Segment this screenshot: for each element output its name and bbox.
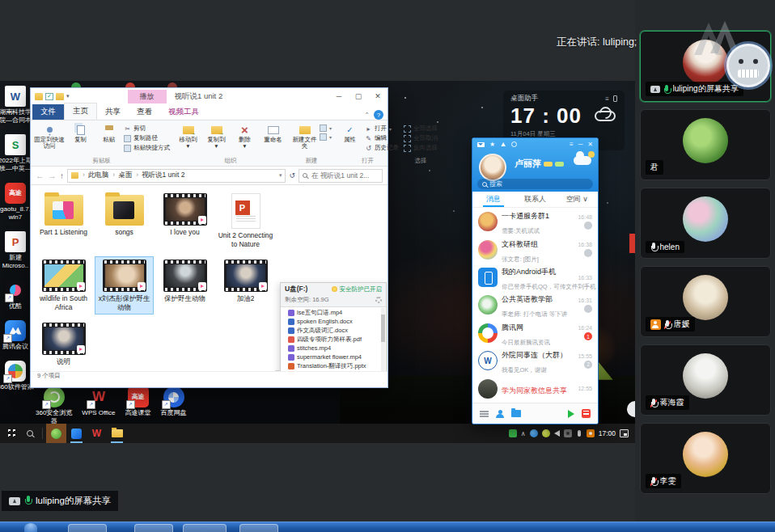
desktop-icon[interactable]: 优酷 [5,280,26,310]
volume-icon[interactable] [554,430,560,437]
desktop-icon[interactable]: 2022年上期班—中英— [0,134,31,173]
usb-file-row[interactable]: stitches.mp4 [281,344,386,353]
up-button[interactable]: ↑ [60,171,64,180]
taskbar-window-button[interactable] [183,524,227,532]
taskbar-clock[interactable]: 17:00 [599,429,616,437]
video-play-icon[interactable] [568,410,574,418]
usb-file-row[interactable]: spoken English.docx [281,317,386,326]
paste-shortcut-button[interactable]: 粘贴快捷方式 [124,144,170,152]
desktop-icon[interactable]: 湖南科技学院—合同本 [0,86,31,125]
host-start-orb[interactable] [24,523,37,532]
ribbon-tab[interactable]: 主页 [64,103,97,120]
file-item[interactable]: 保护野生动物 [155,256,214,315]
start-button[interactable] [0,424,21,443]
file-item[interactable]: Part 1 Listening [34,190,93,251]
chat-list-item[interactable]: 文科教研组 张文君: [图片] 16:38 [472,235,598,263]
file-manager-icon[interactable] [511,410,521,417]
invert-selection-button[interactable]: 反向选择 [404,144,438,152]
close-button[interactable]: ✕ [368,89,388,104]
vertical-scrollbar[interactable] [381,308,385,379]
properties-check-icon[interactable]: ✓ [45,93,53,100]
self-avatar[interactable] [726,44,770,87]
desktop-icon[interactable]: 高途 gaotu_8.7.win7 [0,183,31,222]
chat-list-item[interactable]: 公共英语教学部 李老师: 打个电话 等下讲 16:31 [472,291,598,319]
dress-up-icon[interactable] [500,142,506,146]
maximize-button[interactable]: ▢ [349,89,368,104]
qq-tab[interactable]: 消息 [472,192,515,207]
file-item[interactable]: songs [95,190,154,251]
participant-tile[interactable]: 李雯 [640,423,771,494]
delete-button[interactable]: ×删除▾ [231,123,258,150]
file-item[interactable]: 说明 [34,319,93,369]
taskbar-app-wps[interactable]: W [87,424,107,443]
tray-360-icon[interactable] [587,429,595,437]
minimize-button[interactable]: ─ [329,89,349,104]
desktop-icon[interactable]: 360软件管家 [0,361,31,391]
explorer-titlebar[interactable]: ✓ ▾ 播放 视听说1 unit 2 ─ ▢ ✕ [31,88,388,104]
participant-tile[interactable]: 唐媛 [640,266,771,337]
folder-icon[interactable] [35,93,43,100]
search-input[interactable] [310,171,379,180]
taskbar-app-explorer[interactable] [107,424,127,443]
usb-file-row[interactable]: lse五句口语.mp4 [281,308,386,317]
desktop-icon[interactable]: 腾讯会议 [2,320,28,351]
usb-file-row[interactable]: 四级专项听力简样表.pdf [281,335,386,344]
qq-tab[interactable]: 空间 ∨ [556,192,598,207]
properties-button[interactable]: 属性 [337,123,363,143]
pin-to-quick-access-button[interactable]: 固定到快速访问 [33,123,66,150]
file-item[interactable]: 加油2 [216,256,275,315]
qq-search[interactable]: 搜索 [477,179,593,189]
weather-icon[interactable] [574,156,591,165]
host-taskbar[interactable] [0,521,775,532]
participant-tile[interactable]: 君 [640,109,771,180]
main-menu-icon[interactable]: ≡ [570,141,574,148]
edit-button[interactable]: ✎编辑 [365,134,399,142]
new-folder-button[interactable]: 新建文件夹 [291,123,318,150]
notification-icon[interactable] [620,429,629,437]
paste-button[interactable]: 粘贴 [95,123,122,143]
taskbar-search-icon[interactable] [21,430,39,437]
breadcrumb[interactable]: 此电脑桌面视听说1 unit 2 ▾ [67,169,286,183]
collapse-ribbon-icon[interactable]: ⌃ [364,112,370,119]
breadcrumb-item[interactable]: 视听说1 unit 2 [133,171,184,180]
qq-tab[interactable]: 联系人 [515,192,557,207]
ribbon-tab[interactable]: 文件 [32,104,64,120]
menu-icon[interactable] [480,411,489,417]
usb-file-row[interactable]: supermarket flower.mp4 [281,353,386,361]
usb-file-row[interactable]: Translation-翻译技巧.pptx [281,361,386,370]
open-button[interactable]: ▸打开▾ [365,125,399,133]
breadcrumb-item[interactable]: 桌面 [109,171,132,180]
select-all-button[interactable]: 全部选择 [404,125,438,133]
contacts-icon[interactable] [496,410,504,418]
taskbar-window-button[interactable] [239,524,278,532]
file-item[interactable]: x刘杰彤保护野生动物 [95,256,154,315]
copy-to-button[interactable]: 复制到▾ [203,123,230,150]
phone-icon[interactable] [613,95,617,102]
taskbar-window-button[interactable] [68,524,107,532]
chat-list-item[interactable]: 腾讯网 今日最新腾讯资讯 16:24 1 [472,319,598,347]
chat-list-item[interactable]: 学为同家教信息共享 12:55 [472,375,598,403]
tray-input-icon[interactable] [542,429,550,437]
usb-file-row[interactable]: 作文高级词汇.docx [281,326,386,335]
participant-tile[interactable]: helen [640,188,771,259]
help-icon[interactable]: ? [374,110,383,120]
ribbon-tab[interactable]: 查看 [129,104,160,120]
chat-list-item[interactable]: 我的Android手机 你已登录手机QQ，可传文件到手机 16:33 [472,264,598,291]
taskbar-app-360[interactable] [46,424,66,443]
chevron-down-icon[interactable]: ▾ [279,172,282,179]
tray-qq-icon[interactable] [509,429,517,437]
folder-icon[interactable] [56,93,64,100]
copy-button[interactable]: 复制 [67,123,94,143]
camera-icon[interactable] [564,429,572,437]
file-item[interactable]: wildlife in South Africa [34,256,93,315]
file-item[interactable]: I love you [155,190,214,251]
tray-browser-icon[interactable] [530,429,538,437]
menu-icon[interactable]: ≡ [605,95,609,103]
chevron-down-icon[interactable]: ▾ [66,93,70,99]
browser-icon[interactable] [511,141,517,147]
close-icon[interactable]: ✕ [587,141,593,148]
easy-access-button[interactable]: ▾ [320,133,332,141]
taskbar-window-button[interactable] [134,524,173,532]
mail-icon[interactable] [477,142,485,147]
app-box-icon[interactable] [582,409,591,418]
